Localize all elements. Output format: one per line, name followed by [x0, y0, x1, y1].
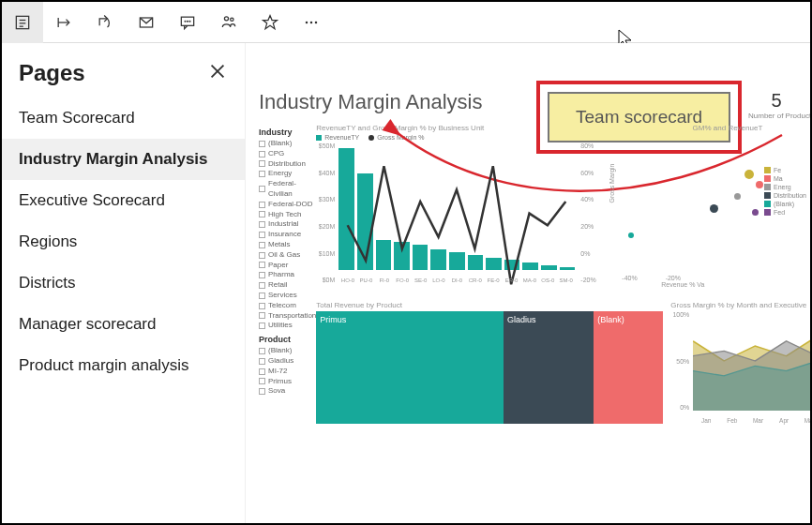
pages-pane: Pages Team Scorecard Industry Margin Ana… — [2, 43, 246, 523]
filter-item[interactable]: High Tech — [259, 210, 316, 220]
svg-point-14 — [306, 21, 308, 23]
filter-header-industry: Industry — [259, 128, 316, 137]
filter-item[interactable]: Metals — [259, 240, 316, 250]
teams-icon[interactable] — [208, 2, 249, 43]
filter-item[interactable]: Gladius — [259, 356, 316, 367]
filter-item[interactable]: MI-72 — [259, 367, 316, 377]
svg-point-15 — [310, 21, 313, 23]
scatter-title: GM% and RevenueT — [603, 124, 762, 132]
scatter-point[interactable] — [710, 204, 718, 213]
page-item-regions[interactable]: Regions — [2, 221, 245, 262]
scatter-xtick: -20% — [666, 275, 681, 281]
legend-revenue: RevenueTY — [324, 134, 359, 141]
kpi-label: Number of Product — [748, 112, 804, 120]
filter-item[interactable]: Federal-Civilian — [259, 179, 316, 200]
scatter-legend: FeMaEnergDistribution(Blank)Fed — [764, 165, 806, 218]
scatter-point[interactable] — [628, 232, 634, 238]
svg-point-10 — [189, 21, 190, 22]
kpi-value: 5 — [748, 90, 804, 112]
export-icon[interactable] — [43, 2, 84, 43]
mail-icon[interactable] — [126, 2, 167, 43]
filter-item[interactable]: Retail — [259, 280, 316, 291]
page-item-executive-scorecard[interactable]: Executive Scorecard — [2, 180, 245, 221]
svg-point-11 — [224, 16, 228, 20]
pages-title: Pages — [19, 60, 85, 86]
report-canvas: Industry Margin Analysis Team scorecard … — [246, 43, 810, 523]
page-item-industry-margin[interactable]: Industry Margin Analysis — [2, 139, 245, 180]
filter-item[interactable]: Primus — [259, 377, 316, 387]
comment-icon[interactable] — [167, 2, 208, 43]
filter-item[interactable]: (Blank) — [259, 346, 316, 356]
svg-marker-13 — [263, 15, 278, 28]
filter-item[interactable]: Pharma — [259, 270, 316, 280]
favorite-icon[interactable] — [249, 2, 291, 43]
svg-point-9 — [188, 21, 188, 22]
filter-pane: Industry (Blank)CPGDistributionEnergyFed… — [259, 124, 316, 424]
area-chart[interactable]: 100%50%0% JanFebMarAprMayJun — [670, 311, 810, 424]
share-icon[interactable] — [84, 2, 126, 43]
filter-item[interactable]: Telecom — [259, 301, 316, 311]
scatter-ylabel: Gross Margin — [609, 163, 615, 202]
scatter-point[interactable] — [734, 193, 741, 200]
filter-item[interactable]: Transportation — [259, 311, 316, 322]
filter-item[interactable]: Sova — [259, 386, 316, 397]
scatter-point[interactable] — [756, 181, 763, 188]
filter-item[interactable]: Industrial — [259, 219, 316, 230]
combo-chart[interactable]: $50M$40M$30M$20M$10M$0M 80%60%40%20%0%-2… — [316, 142, 597, 283]
filter-item[interactable]: Oil & Gas — [259, 250, 316, 261]
treemap-blank[interactable]: (Blank) — [594, 311, 663, 424]
kpi-card: 5 Number of Product — [748, 90, 804, 120]
svg-point-12 — [231, 18, 233, 21]
filter-header-product: Product — [259, 335, 316, 344]
page-item-team-scorecard[interactable]: Team Scorecard — [2, 98, 245, 139]
scatter-xtick: -40% — [622, 275, 637, 281]
close-icon[interactable] — [207, 61, 228, 85]
filter-item[interactable]: Utilities — [259, 321, 316, 331]
scatter-chart[interactable] — [603, 134, 762, 275]
scatter-xlabel: Revenue % Va — [603, 281, 762, 288]
area-title: Gross Margin % by Month and Executive — [670, 301, 810, 309]
more-icon[interactable] — [291, 2, 332, 43]
filter-item[interactable]: Services — [259, 291, 316, 301]
top-toolbar — [2, 2, 810, 43]
legend-margin: Gross Margin % — [377, 134, 424, 141]
svg-point-16 — [315, 21, 318, 23]
filter-item[interactable]: Insurance — [259, 230, 316, 240]
filter-item[interactable]: Federal-DOD — [259, 200, 316, 210]
page-item-manager-scorecard[interactable]: Manager scorecard — [2, 304, 245, 345]
filter-item[interactable]: Distribution — [259, 159, 316, 170]
filter-item[interactable]: Paper — [259, 261, 316, 271]
filter-item[interactable]: Energy — [259, 169, 316, 179]
menu-icon[interactable] — [2, 2, 43, 43]
svg-point-8 — [185, 21, 186, 22]
filter-item[interactable]: (Blank) — [259, 139, 316, 149]
filter-item[interactable]: CPG — [259, 149, 316, 159]
page-item-product-margin[interactable]: Product margin analysis — [2, 345, 245, 386]
page-item-districts[interactable]: Districts — [2, 262, 245, 304]
scatter-point[interactable] — [744, 170, 754, 179]
scatter-point[interactable] — [752, 209, 759, 216]
